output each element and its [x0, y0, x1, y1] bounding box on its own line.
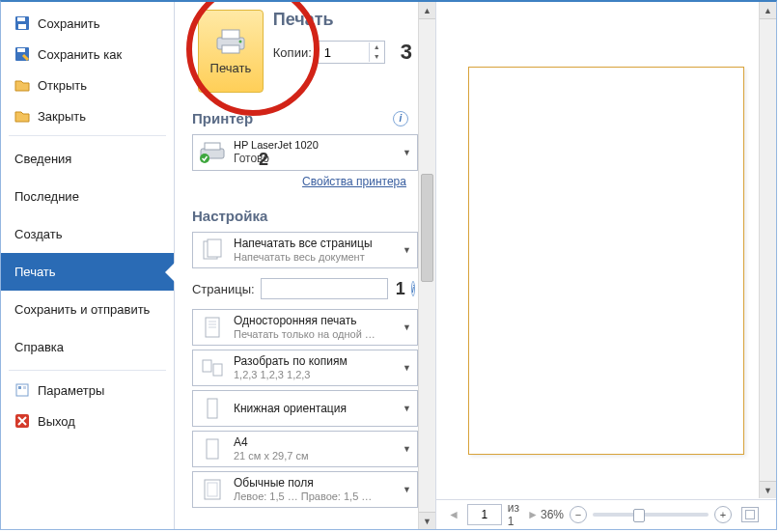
svg-point-15	[200, 154, 209, 163]
close-folder-icon	[14, 108, 30, 124]
spinner-arrows[interactable]: ▲▼	[369, 42, 384, 62]
chevron-down-icon: ▼	[403, 322, 411, 332]
print-button-label: Печать	[210, 61, 252, 75]
print-button[interactable]: Печать	[198, 10, 264, 93]
sidebar-close[interactable]: Закрыть	[1, 100, 174, 131]
sidebar-label: Параметры	[38, 383, 104, 398]
sidebar-new[interactable]: Создать	[1, 215, 174, 253]
combo-line1: A4	[234, 435, 395, 449]
sidebar-help[interactable]: Справка	[1, 328, 174, 366]
svg-point-12	[238, 40, 241, 42]
zoom-thumb[interactable]	[633, 509, 645, 522]
combo-line2: Левое: 1,5 … Правое: 1,5 …	[234, 490, 395, 503]
print-backstage: Сохранить Сохранить как Открыть Закрыть …	[0, 0, 777, 530]
sidebar-label: Справка	[14, 340, 64, 354]
sidebar-label: Создать	[14, 227, 62, 241]
svg-rect-14	[205, 143, 220, 150]
info-icon[interactable]: i	[393, 111, 408, 126]
sidebar-print[interactable]: Печать	[1, 253, 174, 291]
svg-rect-17	[208, 239, 221, 257]
copies-label: Копии:	[273, 45, 312, 60]
page-number-input[interactable]	[467, 504, 502, 525]
open-icon	[14, 77, 30, 93]
combo-line2: 21 см x 29,7 см	[234, 450, 395, 462]
margins-icon	[199, 476, 226, 503]
paper-size-select[interactable]: A421 см x 29,7 см ▼	[192, 431, 418, 467]
paper-icon	[199, 435, 226, 462]
scroll-thumb[interactable]	[421, 174, 433, 282]
printer-properties-link[interactable]: Свойства принтера	[192, 171, 430, 190]
duplex-select[interactable]: Односторонняя печатьПечатать только на о…	[192, 309, 418, 346]
pages-label: Страницы:	[192, 282, 255, 296]
preview-page	[468, 67, 744, 455]
svg-rect-4	[17, 48, 25, 52]
zoom-out-button[interactable]: −	[570, 506, 587, 523]
svg-rect-22	[203, 360, 211, 372]
save-icon	[14, 15, 30, 31]
options-icon	[14, 382, 30, 398]
zoom-fit-button[interactable]	[741, 507, 759, 522]
scroll-down-icon[interactable]: ▼	[760, 481, 776, 498]
prev-page-button[interactable]: ◄	[446, 508, 461, 521]
sidebar-save-as[interactable]: Сохранить как	[1, 39, 174, 70]
svg-rect-23	[213, 364, 222, 376]
sidebar-save-send[interactable]: Сохранить и отправить	[1, 291, 174, 328]
sidebar-label: Сведения	[14, 152, 71, 166]
margins-select[interactable]: Обычные поляЛевое: 1,5 … Правое: 1,5 … ▼	[192, 471, 418, 508]
pages-all-icon	[199, 237, 226, 264]
zoom-slider[interactable]	[593, 513, 709, 517]
combo-line2: Печатать только на одной …	[234, 328, 395, 341]
svg-rect-11	[222, 45, 239, 53]
sidebar-info[interactable]: Сведения	[1, 140, 174, 178]
next-page-button[interactable]: ►	[525, 508, 541, 521]
scroll-up-icon[interactable]: ▲	[419, 2, 435, 19]
combo-line2: 1,2,3 1,2,3 1,2,3	[234, 369, 395, 381]
copies-spinner[interactable]: ▲▼	[318, 41, 385, 64]
svg-rect-7	[23, 386, 26, 389]
collate-select[interactable]: Разобрать по копиям1,2,3 1,2,3 1,2,3 ▼	[192, 350, 418, 386]
combo-line1: Разобрать по копиям	[234, 354, 395, 368]
sidebar-label: Выход	[38, 414, 75, 429]
annotation-2: 2	[259, 150, 268, 170]
page-total: из 1	[508, 501, 519, 528]
print-heading: Печать	[273, 10, 412, 30]
scroll-down-icon[interactable]: ▼	[419, 512, 435, 529]
combo-line1: Книжная ориентация	[234, 402, 395, 415]
sidebar-recent[interactable]: Последние	[1, 178, 174, 215]
sidebar-options[interactable]: Параметры	[1, 375, 174, 406]
sidebar-label: Закрыть	[38, 109, 86, 124]
chevron-down-icon: ▼	[403, 363, 411, 373]
copies-input[interactable]	[319, 45, 369, 60]
print-range-select[interactable]: Напечатать все страницыНапечатать весь д…	[192, 232, 418, 268]
sidebar-exit[interactable]: Выход	[1, 406, 174, 436]
pages-input[interactable]	[261, 278, 388, 299]
sidebar-label: Открыть	[38, 78, 87, 93]
sidebar-label: Последние	[14, 189, 79, 204]
chevron-down-icon: ▼	[403, 485, 411, 494]
save-as-icon	[14, 46, 30, 62]
collate-icon	[199, 354, 226, 381]
scroll-up-icon[interactable]: ▲	[760, 2, 776, 19]
printer-select[interactable]: HP LaserJet 1020 Готово ▼ 2	[192, 134, 418, 171]
annotation-1: 1	[396, 279, 405, 299]
separator	[9, 135, 166, 136]
sidebar-label: Сохранить	[38, 16, 100, 31]
printer-icon	[213, 28, 248, 55]
sidebar-open[interactable]: Открыть	[1, 70, 174, 100]
svg-rect-25	[207, 439, 218, 459]
sidebar-save[interactable]: Сохранить	[1, 8, 174, 39]
preview-scrollbar[interactable]: ▲ ▼	[759, 2, 776, 498]
info-icon[interactable]: i	[411, 281, 415, 296]
settings-heading: Настройка	[192, 208, 267, 224]
zoom-in-button[interactable]: +	[714, 506, 732, 523]
chevron-down-icon: ▼	[403, 148, 411, 157]
print-settings-panel: Печать Печать Копии: ▲▼ 3 Принтер	[175, 2, 436, 529]
combo-line1: Обычные поля	[234, 476, 395, 490]
svg-rect-10	[222, 30, 239, 39]
settings-scrollbar[interactable]: ▲ ▼	[418, 2, 435, 529]
combo-line2: Напечатать весь документ	[234, 251, 395, 264]
exit-icon	[14, 413, 30, 429]
svg-rect-1	[17, 17, 25, 21]
chevron-down-icon: ▼	[403, 245, 411, 255]
orientation-select[interactable]: Книжная ориентация ▼	[192, 390, 418, 427]
